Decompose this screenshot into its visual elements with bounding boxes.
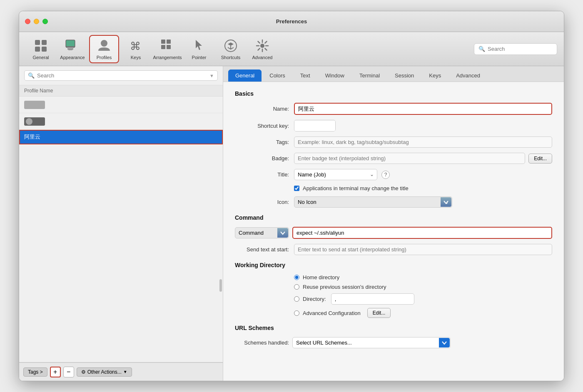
working-directory-section: Working Directory Home directory Reuse p… [235, 262, 552, 318]
detail-content: Basics Name: Shortcut key: ▲ [223, 82, 564, 381]
close-button[interactable] [25, 19, 30, 24]
tags-input[interactable] [294, 136, 552, 148]
wd-directory-row: Directory: [294, 293, 552, 305]
toolbar-item-keys[interactable]: ⌘ Keys [121, 35, 151, 63]
url-schemes-section: URL Schemes Schemes handled: Select URL … [235, 325, 552, 348]
wd-directory-input[interactable] [331, 293, 414, 305]
tab-terminal[interactable]: Terminal [352, 69, 387, 82]
name-label: Name: [235, 106, 289, 112]
other-actions-label: Other Actions... [87, 369, 122, 375]
wd-directory-radio[interactable] [294, 296, 299, 302]
main-content: 🔍 ▼ Profile Name 阿里 [19, 66, 564, 381]
tags-row: Tags: [235, 136, 552, 148]
sidebar-search-box: 🔍 ▼ [24, 70, 218, 81]
tags-button[interactable]: Tags > [23, 367, 47, 377]
url-schemes-select-wrapper: Select URL Schemes... http https ftp ssh [292, 337, 451, 348]
svg-rect-7 [68, 50, 72, 50]
command-type-select[interactable]: Login Shell Command Custom Shell [235, 227, 289, 238]
profiles-label: Profiles [97, 55, 112, 60]
toolbar-item-general[interactable]: General [26, 35, 56, 63]
avatar [24, 117, 45, 126]
other-actions-button[interactable]: ⚙ Other Actions... ▼ [77, 367, 132, 377]
tab-keys[interactable]: Keys [422, 69, 448, 82]
arrangements-label: Arrangements [153, 55, 182, 60]
svg-point-8 [101, 40, 107, 47]
shortcut-key-label: Shortcut key: [235, 123, 289, 129]
wd-home-radio[interactable] [294, 275, 299, 280]
tab-advanced[interactable]: Advanced [449, 69, 487, 82]
url-schemes-select[interactable]: Select URL Schemes... http https ftp ssh [292, 337, 451, 348]
badge-edit-button[interactable]: Edit... [528, 154, 552, 164]
profile-list: Profile Name 阿里云 [19, 85, 223, 362]
wd-section-title: Working Directory [235, 262, 552, 268]
svg-rect-2 [35, 47, 40, 52]
wd-advanced-label: Advanced Configuration [303, 310, 361, 316]
sidebar-search-dropdown-icon[interactable]: ▼ [209, 73, 214, 78]
apps-change-title-checkbox[interactable] [294, 186, 299, 191]
icon-label: Icon: [235, 199, 289, 205]
toolbar-item-advanced[interactable]: Advanced [247, 35, 277, 63]
tab-window[interactable]: Window [318, 69, 351, 82]
svg-point-16 [260, 44, 264, 48]
command-value-input[interactable] [292, 227, 552, 239]
pointer-icon [192, 38, 207, 53]
title-help-button[interactable]: ? [381, 171, 390, 179]
wd-home-label: Home directory [303, 274, 339, 280]
minimize-button[interactable] [34, 19, 39, 24]
command-type-select-wrapper: Login Shell Command Custom Shell [235, 227, 289, 238]
badge-input[interactable] [294, 153, 525, 164]
tags-label: Tags: [235, 139, 289, 145]
detail-panel: General Colors Text Window Terminal Sess… [223, 66, 564, 381]
toolbar-item-profiles[interactable]: Profiles [89, 35, 119, 63]
title-select[interactable]: Name (Job) Name Job Session Name [294, 169, 377, 180]
remove-profile-button[interactable]: − [63, 367, 74, 377]
toolbar-item-shortcuts[interactable]: Shortcuts [216, 35, 246, 63]
gear-icon: ⚙ [81, 369, 86, 375]
tab-text[interactable]: Text [293, 69, 317, 82]
sidebar-search-input[interactable] [37, 72, 207, 79]
wd-reuse-radio[interactable] [294, 284, 299, 290]
svg-rect-5 [66, 40, 75, 46]
toolbar-item-arrangements[interactable]: Arrangements [152, 35, 182, 63]
shortcut-key-select[interactable]: ▲ ▼ [294, 120, 336, 131]
svg-rect-12 [161, 45, 165, 49]
arrangements-icon [160, 38, 175, 53]
pointer-label: Pointer [192, 55, 207, 60]
tab-colors[interactable]: Colors [262, 69, 292, 82]
svg-rect-13 [167, 45, 171, 49]
toolbar-item-appearance[interactable]: Appearance [57, 35, 87, 63]
sidebar-search-icon: 🔍 [28, 72, 35, 79]
add-profile-button[interactable]: + [50, 367, 61, 377]
badge-label: Badge: [235, 155, 289, 161]
general-icon [33, 38, 48, 53]
list-item[interactable] [19, 97, 223, 113]
wd-advanced-edit-button[interactable]: Edit... [367, 308, 391, 318]
profile-name: 阿里云 [24, 133, 40, 141]
icon-select[interactable]: No Icon Built-in icon Custom icon [294, 196, 452, 208]
list-item[interactable] [19, 113, 223, 130]
tab-session[interactable]: Session [388, 69, 421, 82]
search-input[interactable] [488, 46, 553, 52]
window-controls [25, 19, 48, 24]
shortcut-key-row: Shortcut key: ▲ ▼ [235, 120, 552, 131]
wd-radio-group: Home directory Reuse previous session's … [294, 274, 552, 318]
tab-general[interactable]: General [228, 69, 262, 82]
wd-advanced-radio[interactable] [294, 310, 299, 316]
send-text-row: Send text at start: [235, 244, 552, 255]
general-label: General [32, 55, 49, 60]
name-input[interactable] [294, 103, 552, 115]
list-item[interactable]: 阿里云 [19, 130, 223, 144]
svg-rect-10 [161, 40, 165, 44]
shortcut-key-input[interactable] [294, 121, 336, 131]
toolbar-item-pointer[interactable]: Pointer [184, 35, 214, 63]
appearance-icon [65, 38, 80, 53]
keys-icon: ⌘ [128, 38, 143, 53]
send-text-input[interactable] [294, 244, 552, 255]
title-row: Title: Name (Job) Name Job Session Name … [235, 169, 552, 180]
keys-label: Keys [131, 55, 141, 60]
command-type-row: Login Shell Command Custom Shell [235, 227, 552, 239]
wd-reuse-row: Reuse previous session's directory [294, 284, 552, 290]
apps-change-title-row: Applications in terminal may change the … [294, 185, 552, 191]
apps-change-title-label: Applications in terminal may change the … [303, 185, 409, 191]
maximize-button[interactable] [42, 19, 48, 24]
